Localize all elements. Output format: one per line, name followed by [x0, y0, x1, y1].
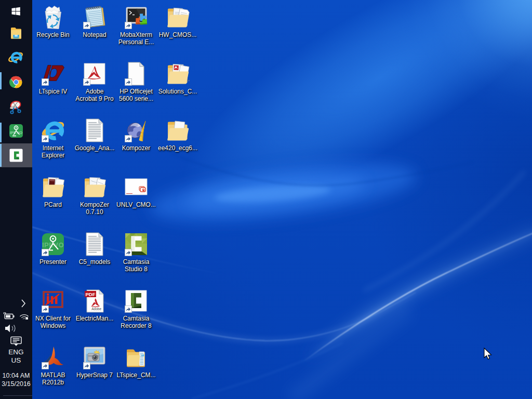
svg-text:PDF: PDF: [86, 291, 96, 297]
svg-text:Adobe: Adobe: [91, 307, 101, 311]
